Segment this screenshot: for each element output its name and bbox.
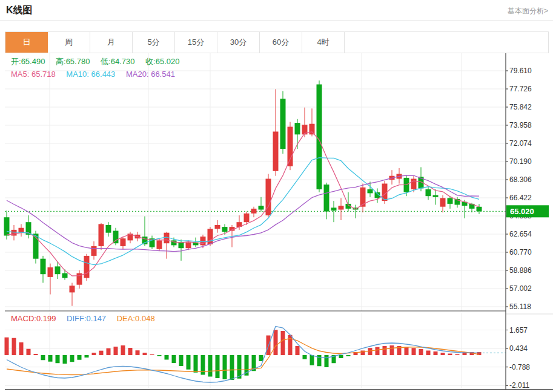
page-title: K线图 [6, 4, 33, 17]
macd-bar [63, 355, 67, 364]
ma5-label: MA5: [11, 70, 29, 79]
candle-body [448, 198, 453, 204]
ma10-value: 66.443 [91, 70, 116, 79]
macd-bar [136, 350, 140, 355]
macd-bar [41, 355, 45, 360]
candle-body [251, 209, 257, 214]
candle-body [411, 179, 417, 190]
macd-bar [12, 338, 16, 355]
candle-body [200, 237, 206, 245]
macd-bar [208, 355, 213, 377]
candle-body [273, 132, 279, 171]
candle-body [244, 214, 250, 222]
kline-canvas[interactable]: 79.61077.72675.84273.95872.07470.19068.3… [0, 53, 553, 392]
price-tick-label: 58.886 [509, 266, 532, 275]
macd-tick-label: -0.788 [509, 363, 530, 371]
macd-bar [339, 355, 343, 358]
macd-bar [441, 353, 445, 355]
dea-label: DEA: [117, 314, 135, 323]
candle-body [288, 127, 293, 166]
high-value: 65.780 [66, 57, 90, 66]
macd-bar [128, 348, 133, 355]
price-tick-label: 68.306 [509, 175, 532, 184]
close-value: 65.020 [156, 57, 180, 66]
period-tabbar: 日 周 月 5分 15分 30分 60分 4时 [5, 31, 549, 53]
candle-body [295, 123, 300, 134]
candle-body [440, 198, 446, 206]
candle-body [339, 206, 344, 209]
price-tick-label: 77.726 [509, 85, 532, 93]
candle-body [426, 189, 431, 196]
candle-body [331, 207, 337, 211]
diff-label: DIFF: [67, 314, 87, 323]
price-tick-label: 60.770 [509, 248, 532, 256]
macd-bar [92, 353, 96, 355]
macd-bar [274, 330, 278, 355]
candle-body [186, 243, 191, 249]
macd-bar [143, 353, 147, 355]
candle-body [4, 217, 10, 235]
current-price-tag-label: 65.020 [510, 207, 534, 216]
macd-bar [187, 355, 191, 370]
tab-60min[interactable]: 60分 [260, 32, 302, 53]
macd-bar [448, 354, 452, 356]
macd-histogram-layer [5, 330, 482, 380]
macd-bar [230, 355, 234, 380]
tab-5min[interactable]: 5分 [133, 32, 175, 53]
tab-month[interactable]: 月 [90, 32, 133, 53]
tab-week[interactable]: 周 [48, 32, 90, 53]
price-tick-label: 73.958 [509, 121, 532, 129]
macd-bar [434, 351, 438, 355]
ma5-line [7, 132, 479, 276]
macd-bar [281, 331, 285, 355]
candle-body [433, 195, 439, 197]
macd-bar [426, 351, 431, 356]
high-label: 高: [56, 57, 66, 66]
price-tick-label: 70.190 [509, 157, 532, 166]
macd-bar [361, 351, 365, 356]
candle-body [70, 286, 75, 292]
candle-body [106, 225, 111, 233]
price-tick-label: 57.002 [509, 284, 532, 293]
macd-bar [237, 355, 242, 379]
macd-bar [390, 345, 394, 355]
tab-30min[interactable]: 30分 [217, 32, 260, 53]
tab-4hour[interactable]: 4时 [302, 32, 345, 53]
candle-body [12, 230, 17, 236]
price-tick-label: 79.610 [509, 67, 532, 75]
macd-bar [27, 349, 31, 355]
macd-bar [48, 355, 53, 362]
macd-bar [412, 348, 416, 355]
tab-day[interactable]: 日 [5, 32, 48, 53]
tab-15min[interactable]: 15分 [175, 32, 217, 53]
macd-tick-label: 0.434 [509, 344, 528, 353]
ohlc-legend: 开:65.490 高:65.780 低:64.730 收:65.020 [11, 56, 188, 67]
tabbar-filler [345, 32, 548, 53]
candle-body [215, 225, 220, 229]
macd-bar [179, 355, 184, 366]
macd-bar [157, 355, 162, 356]
macd-legend: MACD:0.199 DIFF:0.147 DEA:0.048 [11, 314, 164, 323]
candle-body [179, 243, 184, 249]
open-label: 开: [11, 57, 21, 66]
candle-body [324, 185, 329, 212]
macd-bar [296, 346, 300, 355]
macd-tick-label: -2.011 [509, 381, 529, 390]
macd-bar [303, 355, 307, 359]
kline-chart-area[interactable]: 79.61077.72675.84273.95872.07470.19068.3… [0, 53, 553, 392]
macd-bar [121, 345, 125, 355]
candle-body [157, 240, 162, 249]
fundamental-analysis-link[interactable]: 基本面分析> [508, 6, 548, 16]
macd-bar [99, 351, 104, 355]
candle-body [317, 85, 322, 190]
macd-bar [455, 354, 460, 356]
macd-bar [288, 335, 293, 355]
ma5-value: 65.718 [31, 70, 56, 79]
macd-bar [325, 355, 329, 367]
candle-body [310, 124, 315, 135]
candle-body [280, 99, 286, 149]
dea-value: 0.048 [135, 314, 155, 323]
macd-bar [114, 347, 118, 355]
ma10-label: MA10: [66, 70, 89, 79]
macd-bar [78, 355, 82, 360]
